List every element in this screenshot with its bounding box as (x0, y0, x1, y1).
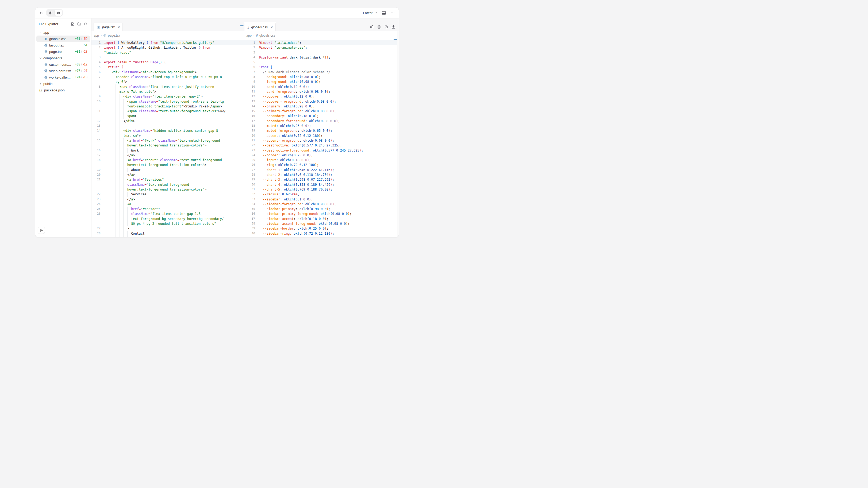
code-row: 12--popover: oklch(0.12 0 0); (244, 94, 399, 99)
split-view-icon (370, 25, 374, 29)
tree-file-custom-curs...[interactable]: custom-curs...+33/-12 (35, 61, 91, 68)
indent-guides (259, 217, 262, 221)
indent-guides (259, 128, 262, 133)
tab-page-tsx[interactable]: page.tsx × (94, 23, 123, 31)
new-folder-button[interactable] (77, 22, 81, 26)
line-number: 4 (91, 60, 100, 65)
tab-strip: # globals.css × (244, 19, 399, 31)
code-row: max-w-7xl mx-auto"> (91, 89, 244, 94)
code-row: 19About (91, 168, 244, 172)
file-diff-button[interactable] (377, 25, 381, 29)
code-row: 41} (244, 236, 399, 237)
panel-layout-button[interactable] (381, 11, 386, 15)
split-view-button[interactable] (370, 25, 374, 29)
code-row: 18<a href="#about" className="text-muted… (91, 158, 244, 162)
tab-globals-css[interactable]: # globals.css × (244, 23, 276, 31)
tree-file-page.tsx[interactable]: page.tsx+81/-28 (35, 48, 91, 55)
download-icon (392, 25, 396, 29)
diff-stats: +51 (82, 43, 88, 47)
react-icon (103, 34, 106, 37)
pane-actions (370, 23, 399, 31)
panel-bottom-icon (381, 11, 386, 15)
code-row: 21--accent-foreground: oklch(0.08 0 0); (244, 138, 399, 143)
line-number (91, 133, 100, 138)
code-row: 13--popover-foreground: oklch(0.98 0 0); (244, 99, 399, 104)
line-number: 14 (91, 128, 100, 133)
tree-folder-public[interactable]: public (35, 80, 91, 87)
line-number: 7 (244, 70, 255, 74)
scrollbar-track[interactable] (397, 31, 399, 237)
line-number: 14 (244, 104, 255, 109)
code-row: 2@import "tw-animate-css"; (244, 45, 399, 50)
line-number: 15 (91, 138, 100, 143)
collapse-explorer-button[interactable] (38, 227, 45, 234)
line-number (91, 79, 100, 84)
tree-file-works-galler...[interactable]: works-galler...+24/-13 (35, 74, 91, 80)
file-tree: app#globals.css+51/-50layout.tsx+51page.… (35, 28, 91, 93)
code-row: 36--sidebar-primary-foreground: oklch(0.… (244, 212, 399, 216)
line-number: 2 (91, 45, 100, 50)
code-row: hover:text-foreground transition-colors"… (91, 162, 244, 167)
file-plus-icon (71, 22, 74, 26)
code-row: span> (91, 113, 244, 119)
code-row: 28Contact (91, 231, 244, 236)
arrow-left-to-line-icon (39, 228, 43, 232)
file-name: package.json (44, 88, 88, 92)
line-number: 9 (244, 79, 255, 84)
line-number: 38 (244, 221, 255, 226)
more-options-button[interactable] (391, 11, 395, 15)
version-dropdown[interactable]: Latest (363, 11, 377, 15)
breadcrumb-folder: app (246, 34, 252, 37)
collapse-chat-button[interactable] (39, 11, 43, 15)
line-number: 26 (91, 212, 100, 216)
editor-pane-page-tsx: page.tsx × app › page.tsx 1import { Work… (91, 19, 244, 237)
line-number: 24 (244, 153, 255, 158)
file-name: page.tsx (49, 50, 75, 54)
code-row: 27--chart-1: oklch(0.646 0.222 41.116); (244, 168, 399, 172)
file-name: layout.tsx (49, 43, 82, 47)
tree-file-package.json[interactable]: {}package.json (35, 87, 91, 93)
code-row: 25--input: oklch(0.18 0 0); (244, 158, 399, 162)
code-editor[interactable]: 1import { WorksGallery } from "@/compone… (91, 39, 244, 237)
line-number: 9 (91, 94, 100, 99)
indent-guides (259, 89, 262, 94)
tree-file-globals.css[interactable]: #globals.css+51/-50 (35, 36, 91, 42)
code-row: 18--muted: oklch(0.25 0 0); (244, 124, 399, 128)
code-row: 35--sidebar-primary: oklch(0.98 0 0); (244, 206, 399, 212)
indent-guides (104, 226, 127, 231)
line-number: 1 (91, 40, 100, 45)
tree-file-video-card.tsx[interactable]: video-card.tsx+76/-27 (35, 68, 91, 74)
scrollbar-thumb[interactable] (240, 25, 244, 26)
line-number: 32 (244, 192, 255, 197)
preview-toggle-button[interactable] (47, 10, 55, 16)
indent-guides (104, 158, 127, 162)
line-number: 17 (244, 119, 255, 124)
tree-file-layout.tsx[interactable]: layout.tsx+51 (35, 42, 91, 48)
close-tab-icon[interactable]: × (118, 25, 120, 29)
code-editor[interactable]: 1@import "tailwindcss";2@import "tw-anim… (244, 39, 399, 237)
download-button[interactable] (392, 25, 396, 29)
diff-stats: +51/-50 (75, 37, 88, 41)
copy-button[interactable] (384, 25, 388, 29)
code-row: 12</div> (91, 119, 244, 124)
line-number: 23 (91, 197, 100, 202)
new-file-button[interactable] (71, 22, 74, 26)
tree-folder-components[interactable]: components (35, 55, 91, 61)
file-name: custom-curs... (49, 63, 75, 67)
file-name: video-card.tsx (49, 69, 75, 73)
indent-guides (104, 217, 131, 221)
css-icon: # (256, 34, 258, 37)
css-icon: # (43, 37, 48, 41)
line-number: 19 (91, 168, 100, 172)
tree-folder-app[interactable]: app (35, 29, 91, 36)
indent-guides (259, 197, 262, 202)
css-icon: # (247, 26, 249, 29)
code-row: 15<a href="#work" className="text-muted-… (91, 138, 244, 143)
indent-guides (104, 168, 131, 172)
scrollbar-thumb[interactable] (394, 39, 397, 40)
line-number: 22 (91, 192, 100, 197)
search-files-button[interactable] (84, 22, 88, 26)
code-toggle-button[interactable] (55, 10, 62, 16)
close-tab-icon[interactable]: × (271, 25, 273, 29)
code-row: 31--chart-5: oklch(0.769 0.188 70.08); (244, 187, 399, 192)
